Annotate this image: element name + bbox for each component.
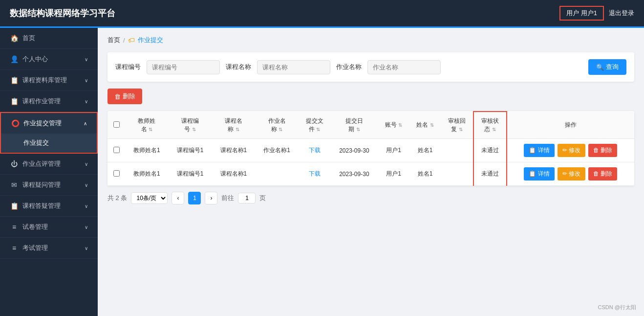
col-header-name: 姓名 ⇅: [409, 112, 441, 139]
col-header-status: 审核状态 ⇅: [473, 112, 507, 139]
doc-icon: 📋: [10, 97, 19, 105]
data-table: 教师姓名 ⇅ 课程编号 ⇅ 课程名称 ⇅ 作业名称 ⇅ 提交文件 ⇅: [107, 111, 634, 186]
cell-teacher-0: 教师姓名1: [125, 139, 169, 162]
clipboard2-icon: 📋: [10, 202, 19, 210]
page-label: 页: [259, 194, 266, 203]
col-header-teacher: 教师姓名 ⇅: [125, 112, 169, 139]
col-header-check: [107, 112, 125, 139]
search-label-hw-name: 作业名称: [336, 63, 362, 71]
cell-course-name-0: 课程名称1: [212, 139, 256, 162]
col-header-course-no: 课程编号 ⇅: [169, 112, 212, 139]
goto-page-input[interactable]: [238, 193, 256, 203]
batch-delete-button[interactable]: 🗑 删除: [107, 89, 142, 104]
cell-file-1[interactable]: 下载: [299, 162, 330, 186]
chevron-down-icon: ∨: [85, 246, 88, 251]
sidebar-item-exam-manage[interactable]: ≡ 试卷管理 ∨: [0, 217, 98, 238]
search-bar: 课程编号 课程名称 作业名称 🔍 查询: [107, 52, 634, 82]
sidebar-label-personal: 个人中心: [22, 55, 48, 64]
query-button[interactable]: 🔍 查询: [588, 59, 626, 75]
cell-status-0: 未通过: [473, 139, 507, 162]
chevron-down-icon: ∨: [85, 161, 88, 167]
table-row: 教师姓名1 课程编号1 课程名称1 下载 2023-09-30 用户1 姓名1 …: [107, 162, 634, 186]
menu-icon: ≡: [10, 223, 19, 231]
page-size-select[interactable]: 10条/页 20条/页 50条/页: [131, 192, 168, 204]
logout-button[interactable]: 退出登录: [609, 9, 634, 18]
sidebar-item-course-material[interactable]: 📋 课程资料库管理 ∨: [0, 70, 98, 91]
sidebar-label-course-homework: 课程作业管理: [22, 97, 61, 106]
sidebar-item-course-homework[interactable]: 📋 课程作业管理 ∨: [0, 91, 98, 112]
circle-icon: ⭕: [11, 119, 20, 127]
cell-hw-name-0: 作业名称1: [255, 139, 299, 162]
search-label-course-no: 课程编号: [115, 63, 141, 71]
col-header-account: 账号 ⇅: [378, 112, 409, 139]
cell-hw-name-1: [255, 162, 299, 186]
menu2-icon: ≡: [10, 244, 19, 252]
cell-action-0: 📋 详情 ✏ 修改 🗑 删除: [507, 139, 634, 162]
row-checkbox-0[interactable]: [113, 147, 120, 153]
delete-button-0[interactable]: 🗑 删除: [588, 144, 617, 157]
col-header-action: 操作: [507, 112, 634, 139]
delete-button-1[interactable]: 🗑 删除: [588, 167, 617, 181]
sidebar-item-home[interactable]: 🏠 首页: [0, 28, 98, 49]
col-header-hw-name: 作业名称 ⇅: [255, 112, 299, 139]
cell-course-no-0: 课程编号1: [169, 139, 212, 162]
detail-button-0[interactable]: 📋 详情: [524, 144, 554, 157]
cell-date-0: 2023-09-30: [330, 139, 378, 162]
chevron-down-icon: ∨: [85, 203, 88, 209]
sidebar-item-exam-test[interactable]: ≡ 考试管理 ∨: [0, 238, 98, 259]
page-1-button[interactable]: 1: [188, 192, 201, 204]
pagination: 共 2 条 10条/页 20条/页 50条/页 ‹ 1 › 前往 页: [107, 186, 634, 206]
next-page-button[interactable]: ›: [205, 192, 217, 204]
col-header-file: 提交文件 ⇅: [299, 112, 330, 139]
sidebar-label-exam-test: 考试管理: [22, 244, 48, 252]
chevron-down-icon: ∨: [85, 182, 88, 188]
sidebar-item-course-answer[interactable]: 📋 课程答疑管理 ∨: [0, 196, 98, 217]
person-icon: 👤: [10, 55, 19, 63]
breadcrumb-home[interactable]: 首页: [107, 36, 120, 45]
cell-date-1: 2023-09-30: [330, 162, 378, 186]
chevron-up-icon: ∧: [84, 121, 87, 126]
cell-status-1: 未通过: [473, 162, 507, 186]
edit-button-1[interactable]: ✏ 修改: [558, 167, 585, 181]
total-count: 共 2 条: [107, 194, 127, 203]
table-header-row: 教师姓名 ⇅ 课程编号 ⇅ 课程名称 ⇅ 作业名称 ⇅ 提交文件 ⇅: [107, 112, 634, 139]
search-input-course-name[interactable]: [257, 60, 330, 74]
trash-icon: 🗑: [114, 93, 121, 100]
prev-page-button[interactable]: ‹: [172, 192, 184, 204]
header-right: 用户 用户1 退出登录: [559, 6, 634, 21]
header: 数据结构课程网络学习平台 用户 用户1 退出登录: [0, 0, 644, 26]
sidebar-item-personal[interactable]: 👤 个人中心 ∨: [0, 49, 98, 70]
sidebar-item-homework-review[interactable]: ⏻ 作业点评管理 ∨: [0, 154, 98, 175]
col-header-course-name: 课程名称 ⇅: [212, 112, 256, 139]
sidebar-subitem-homework-submit[interactable]: 作业提交: [1, 134, 97, 153]
user-badge[interactable]: 用户 用户1: [559, 6, 604, 21]
search-input-course-no[interactable]: [147, 60, 220, 74]
chevron-down-icon: ∨: [85, 225, 88, 230]
sidebar-label-course-question: 课程疑问管理: [22, 181, 61, 189]
cell-course-name-1: 课程名称1: [212, 162, 256, 186]
breadcrumb-current[interactable]: 作业提交: [138, 36, 163, 45]
detail-button-1[interactable]: 📋 详情: [524, 167, 554, 181]
select-all-checkbox[interactable]: [113, 121, 120, 128]
cell-name-1: 姓名1: [409, 162, 441, 186]
sidebar-label-homework-review: 作业点评管理: [22, 159, 61, 168]
breadcrumb-separator: /: [123, 37, 125, 44]
chevron-down-icon: ∨: [85, 78, 88, 83]
row-checkbox-1[interactable]: [113, 170, 120, 177]
watermark: CSDN @行太阳: [598, 304, 636, 311]
tag-icon: 🏷: [128, 36, 135, 44]
cell-review-1: [441, 162, 473, 186]
sidebar-label-home: 首页: [22, 34, 35, 43]
mail-icon: ✉: [10, 181, 19, 189]
col-header-date: 提交日期 ⇅: [330, 112, 378, 139]
edit-button-0[interactable]: ✏ 修改: [558, 144, 585, 157]
cell-file-0[interactable]: 下载: [299, 139, 330, 162]
sidebar-item-course-question[interactable]: ✉ 课程疑问管理 ∨: [0, 175, 98, 196]
content-area: 首页 / 🏷 作业提交 课程编号 课程名称 作业名称 🔍 查询 🗑 删除: [98, 28, 644, 316]
search-input-hw-name[interactable]: [367, 60, 441, 74]
goto-label: 前往: [221, 194, 234, 203]
power-icon: ⏻: [10, 160, 19, 168]
sidebar-item-homework-submit[interactable]: ⭕ 作业提交管理 ∧: [1, 113, 97, 134]
sidebar-label-course-material: 课程资料库管理: [22, 76, 67, 85]
cell-account-1: 用户1: [378, 162, 409, 186]
